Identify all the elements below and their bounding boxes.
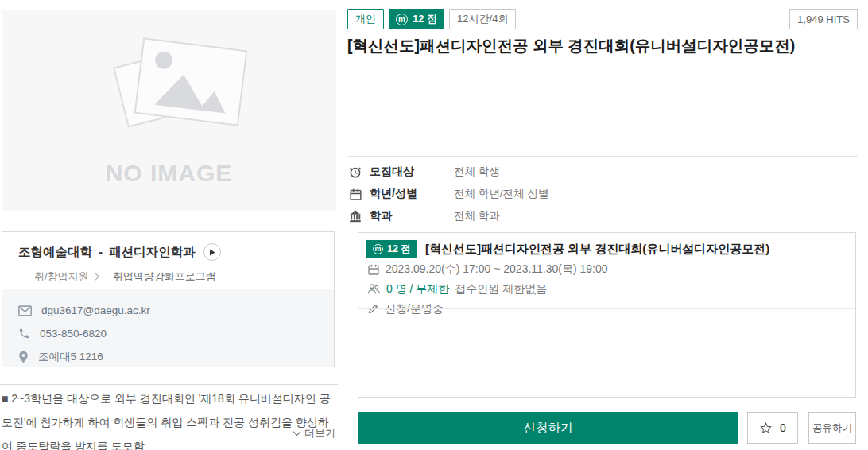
program-thumbnail-placeholder: NO IMAGE [2, 10, 336, 211]
info-rows: 모집대상 전체 학생 학년/성별 전체 학년/전체 성별 학과 전체 학과 [347, 161, 856, 227]
session-capacity: 0 명 / 무제한 [386, 282, 449, 297]
org-email: dgu3617@daegu.ac.kr [41, 305, 150, 316]
page-title: [혁신선도]패션디자인전공 외부 경진대회(유니버설디자인공모전) [347, 35, 840, 56]
info-row-department: 학과 전체 학과 [347, 205, 856, 227]
alarm-clock-icon [348, 165, 362, 179]
college-dept-separator: - [99, 245, 103, 259]
calendar-icon [367, 263, 380, 276]
session-capacity-note: 접수인원 제한없음 [455, 282, 547, 297]
star-icon [759, 421, 773, 435]
program-detail-page: NO IMAGE 조형예술대학 - 패션디자인학과 취/창업지원 취업역량강화프… [0, 0, 868, 450]
org-location: 조예대5 1216 [38, 350, 103, 364]
mileage-icon: m [396, 14, 408, 25]
org-phone: 053-850-6820 [40, 328, 107, 339]
org-title-row: 조형예술대학 - 패션디자인학과 [18, 243, 334, 261]
bank-icon [348, 210, 362, 223]
mileage-point-badge: m 12 점 [389, 9, 444, 29]
college-name: 조형예술대학 [18, 244, 92, 261]
mileage-point-label: 12 점 [413, 12, 437, 26]
info-label: 학과 [370, 209, 443, 223]
mileage-icon: m [373, 244, 383, 254]
info-value: 전체 학생 [454, 165, 500, 179]
badge-row: 개인 m 12 점 12시간/4회 [347, 9, 516, 29]
favorite-button[interactable]: 0 [747, 412, 798, 444]
category-child-label: 취업역량강화프로그램 [113, 270, 216, 284]
org-contact-section: dgu3617@daegu.ac.kr 053-850-6820 조예대5 12… [2, 289, 334, 367]
info-row-grade-gender: 학년/성별 전체 학년/전체 성별 [347, 183, 856, 205]
info-value: 전체 학년/전체 성별 [454, 187, 548, 201]
play-icon [209, 249, 215, 256]
chevron-right-icon [94, 273, 100, 281]
show-more-label: 더보기 [304, 426, 335, 440]
duration-badge: 12시간/4회 [449, 9, 516, 29]
expand-play-button[interactable] [203, 243, 221, 261]
favorite-count: 0 [780, 421, 786, 434]
calendar-icon [349, 188, 362, 201]
session-title-link[interactable]: [혁신선도]패션디자인전공 외부 경진대회(유니버설디자인공모전) [425, 242, 769, 257]
info-row-target: 모집대상 전체 학생 [347, 161, 856, 183]
session-point-badge: m 12 점 [366, 240, 417, 258]
people-icon [367, 283, 381, 295]
info-label: 모집대상 [370, 165, 443, 179]
hits-counter: 1,949 HITS [789, 9, 858, 29]
phone-icon [18, 328, 30, 339]
organization-card: 조형예술대학 - 패션디자인학과 취/창업지원 취업역량강화프로그램 dgu36… [2, 231, 335, 367]
no-image-label: NO IMAGE [2, 160, 336, 187]
description-divider [0, 384, 338, 385]
department-name: 패션디자인학과 [109, 244, 196, 261]
location-pin-icon [18, 351, 29, 363]
program-description: ■ 2~3학년을 대상으로 외부 경진대회인 '제18회 유니버설디자인 공모전… [2, 386, 338, 450]
share-button[interactable]: 공유하기 [808, 412, 856, 444]
session-point-label: 12 점 [387, 242, 411, 256]
chevron-down-icon [293, 430, 301, 436]
category-parent-link[interactable]: 취/창업지원 [34, 270, 89, 284]
show-more-button[interactable]: 더보기 [2, 426, 335, 440]
info-divider [347, 156, 858, 157]
personal-badge: 개인 [347, 9, 384, 29]
photo-frame-front-icon [134, 37, 248, 126]
apply-button[interactable]: 신청하기 [358, 412, 738, 444]
mail-icon [18, 305, 32, 316]
mountain-small-icon [199, 90, 228, 114]
session-divider [358, 308, 855, 309]
info-label: 학년/성별 [370, 187, 443, 201]
program-session-card: m 12 점 [혁신선도]패션디자인전공 외부 경진대회(유니버설디자인공모전)… [358, 232, 856, 398]
info-value: 전체 학과 [454, 209, 500, 223]
session-period: 2023.09.20(수) 17:00 ~ 2023.11.30(목) 19:0… [386, 262, 608, 277]
sun-icon [154, 50, 174, 70]
